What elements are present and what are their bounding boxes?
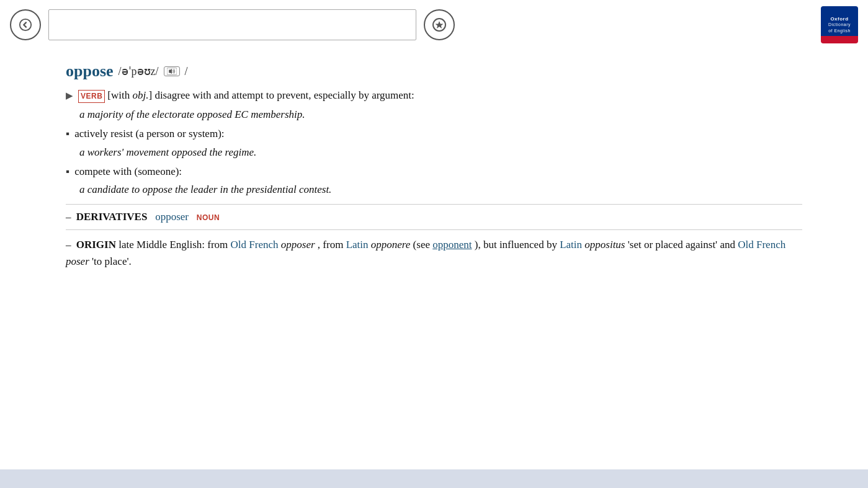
origin-divider: [66, 229, 802, 230]
origin-dash: –: [66, 239, 71, 251]
bullet-arrow: ▶: [66, 88, 73, 103]
subdef-2-text: compete with (someone):: [74, 166, 182, 177]
origin-text-4: ), but influenced by: [475, 239, 560, 251]
favorite-button[interactable]: [424, 9, 455, 40]
header: OxfordDictionaryof English: [0, 0, 868, 50]
definition-text-1: [with obj.] disagree with and attempt to…: [107, 87, 414, 104]
origin-word-2-italic: opponere: [371, 239, 411, 251]
origin-word-1-italic: opposer: [281, 239, 315, 251]
origin-word-4-italic: poser: [66, 255, 89, 267]
subdef-1-text: actively resist (a person or system):: [74, 128, 224, 140]
latin-1[interactable]: Latin: [346, 239, 369, 251]
pos-line: ▶ VERB [with obj.] disagree with and att…: [66, 87, 802, 104]
pronunciation: /əˈpəʊz/: [119, 64, 159, 78]
derivatives-divider: [66, 204, 802, 205]
origin-text-3: (see: [413, 239, 433, 251]
search-input[interactable]: [48, 9, 416, 40]
opponent-link[interactable]: opponent: [432, 239, 472, 251]
pronunciation-close-slash: /: [185, 65, 188, 78]
oxford-logo: OxfordDictionaryof English: [821, 6, 858, 43]
audio-button[interactable]: [164, 66, 180, 76]
example-2: a workers' movement opposed the regime.: [79, 144, 802, 161]
origin-text-2: , from: [318, 239, 346, 251]
headword: oppose: [66, 62, 114, 81]
subdef-1: ▪ actively resist (a person or system):: [66, 125, 802, 142]
back-button[interactable]: [10, 9, 41, 40]
pos-label: VERB: [78, 90, 105, 103]
example-1: a majority of the electorate opposed EC …: [79, 106, 802, 123]
derivatives-line: – DERIVATIVES opposer NOUN: [66, 211, 802, 223]
old-french-2[interactable]: Old French: [738, 239, 785, 251]
subdef-2: ▪ compete with (someone):: [66, 163, 802, 180]
origin-line: – ORIGIN late Middle English: from Old F…: [66, 236, 802, 270]
content-area: oppose /əˈpəʊz/ / ▶ VERB [with obj.] dis…: [0, 50, 868, 283]
headword-line: oppose /əˈpəʊz/ /: [66, 62, 802, 81]
example-3: a candidate to oppose the leader in the …: [79, 181, 802, 198]
origin-label: ORIGIN: [76, 239, 116, 251]
latin-2[interactable]: Latin: [560, 239, 582, 251]
definition-block: ▶ VERB [with obj.] disagree with and att…: [66, 87, 802, 198]
footer-bar: [0, 469, 868, 488]
black-square-2: ▪: [66, 166, 69, 177]
origin-word-3-italic: oppositus: [584, 239, 625, 251]
derivative-word[interactable]: opposer: [155, 211, 189, 223]
svg-point-0: [20, 19, 31, 30]
origin-text-1: late Middle English: from: [119, 239, 230, 251]
svg-marker-2: [435, 21, 443, 29]
old-french-1[interactable]: Old French: [231, 239, 279, 251]
derivative-pos: NOUN: [197, 213, 220, 222]
origin-text-5: 'set or placed against' and: [628, 239, 738, 251]
derivatives-dash: –: [66, 211, 71, 223]
derivatives-label: DERIVATIVES: [76, 211, 148, 223]
black-square-1: ▪: [66, 128, 69, 140]
origin-text-6: 'to place'.: [92, 255, 132, 267]
